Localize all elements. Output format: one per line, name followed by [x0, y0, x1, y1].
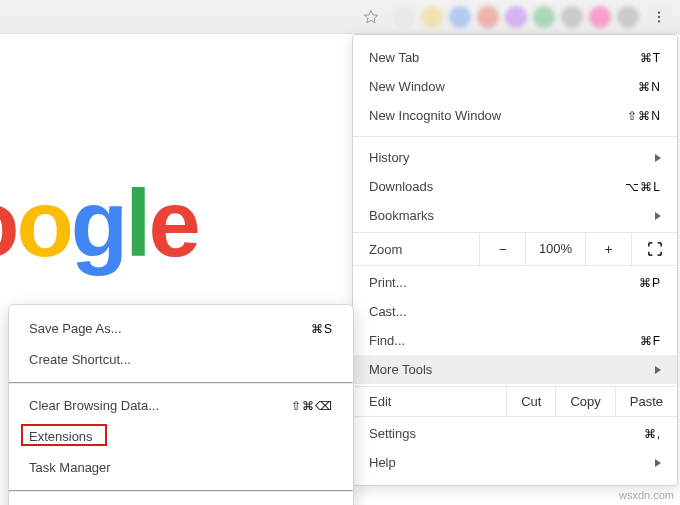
submenu-item-extensions[interactable]: Extensions [9, 421, 353, 452]
extension-icon[interactable] [393, 6, 415, 28]
chrome-main-menu: New Tab ⌘T New Window ⌘N New Incognito W… [352, 34, 678, 486]
edit-paste-button[interactable]: Paste [615, 387, 677, 416]
submenu-caret-icon [655, 212, 661, 220]
menu-item-new-tab[interactable]: New Tab ⌘T [353, 43, 677, 72]
submenu-item-clear-data[interactable]: Clear Browsing Data... ⇧⌘⌫ [9, 390, 353, 421]
extension-icon[interactable] [589, 6, 611, 28]
submenu-item-create-shortcut[interactable]: Create Shortcut... [9, 344, 353, 375]
browser-toolbar [0, 0, 680, 34]
extension-icon[interactable] [561, 6, 583, 28]
submenu-item-developer-tools[interactable]: Developer Tools ⌥⌘I [9, 498, 353, 505]
watermark: wsxdn.com [619, 489, 674, 501]
zoom-label: Zoom [353, 235, 479, 264]
menu-item-print[interactable]: Print... ⌘P [353, 268, 677, 297]
menu-item-new-window[interactable]: New Window ⌘N [353, 72, 677, 101]
extension-icon[interactable] [505, 6, 527, 28]
google-logo: oogle [0, 170, 198, 278]
kebab-menu-icon[interactable] [646, 4, 672, 30]
menu-item-settings[interactable]: Settings ⌘, [353, 419, 677, 448]
svg-point-2 [658, 15, 660, 17]
menu-item-help[interactable]: Help [353, 448, 677, 477]
zoom-row: Zoom − 100% + [353, 232, 677, 266]
extension-icon[interactable] [421, 6, 443, 28]
menu-item-cast[interactable]: Cast... [353, 297, 677, 326]
extension-icon[interactable] [449, 6, 471, 28]
menu-item-bookmarks[interactable]: Bookmarks [353, 201, 677, 230]
edit-copy-button[interactable]: Copy [555, 387, 614, 416]
submenu-item-save-page[interactable]: Save Page As... ⌘S [9, 313, 353, 344]
edit-cut-button[interactable]: Cut [506, 387, 555, 416]
menu-item-downloads[interactable]: Downloads ⌥⌘L [353, 172, 677, 201]
submenu-caret-icon [655, 154, 661, 162]
bookmark-star-icon[interactable] [360, 6, 382, 28]
profile-avatar-icon[interactable] [617, 6, 639, 28]
more-tools-submenu: Save Page As... ⌘S Create Shortcut... Cl… [8, 304, 354, 505]
fullscreen-button[interactable] [631, 233, 677, 265]
submenu-caret-icon [655, 459, 661, 467]
menu-item-find[interactable]: Find... ⌘F [353, 326, 677, 355]
extension-icon[interactable] [477, 6, 499, 28]
zoom-out-button[interactable]: − [479, 233, 525, 265]
menu-item-incognito[interactable]: New Incognito Window ⇧⌘N [353, 101, 677, 130]
svg-point-3 [658, 20, 660, 22]
menu-item-history[interactable]: History [353, 143, 677, 172]
svg-point-1 [658, 11, 660, 13]
zoom-in-button[interactable]: + [585, 233, 631, 265]
edit-label: Edit [353, 387, 506, 416]
menu-item-more-tools[interactable]: More Tools [353, 355, 677, 384]
submenu-item-task-manager[interactable]: Task Manager [9, 452, 353, 483]
edit-row: Edit Cut Copy Paste [353, 386, 677, 417]
submenu-caret-icon [655, 366, 661, 374]
extension-icon[interactable] [533, 6, 555, 28]
svg-marker-0 [364, 10, 377, 23]
zoom-value: 100% [525, 233, 585, 265]
